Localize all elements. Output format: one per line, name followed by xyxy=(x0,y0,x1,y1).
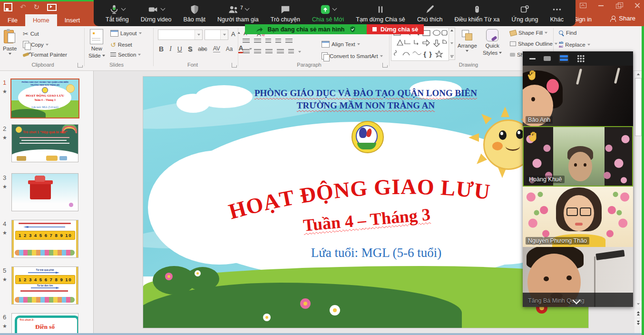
gallery-more-icon[interactable] xyxy=(450,55,454,59)
video-tile-2[interactable]: Hoàng Khuê xyxy=(523,126,633,187)
minimize-panel-icon[interactable] xyxy=(529,58,536,59)
section-button[interactable]: Section xyxy=(110,52,141,58)
chevron-down-icon[interactable] xyxy=(244,6,249,11)
slide-thumbnail-2[interactable]: Trò chơi 1 “Hộp quà bí mật” xyxy=(11,124,78,162)
slide-scrollbar[interactable] xyxy=(634,70,642,335)
shape-fill-button[interactable]: Shape Fill xyxy=(510,30,547,36)
apps-button[interactable]: Ứng dụng xyxy=(509,3,540,24)
numbering-icon[interactable] xyxy=(254,39,261,44)
restore-window-icon[interactable] xyxy=(615,2,623,9)
clipboard-dialog-launcher[interactable] xyxy=(78,63,82,68)
shape-gallery-scrollbar[interactable] xyxy=(449,28,455,60)
underline-button[interactable]: U xyxy=(177,45,182,53)
replace-button[interactable]: abacReplace xyxy=(559,41,590,49)
strip-view-icon[interactable] xyxy=(559,54,569,63)
close-window-icon[interactable] xyxy=(634,2,641,9)
scrollbar-thumb[interactable] xyxy=(635,78,642,136)
character-spacing-button[interactable]: AV xyxy=(213,45,220,52)
save-icon[interactable] xyxy=(4,3,12,11)
speaker-view-icon[interactable] xyxy=(544,56,551,61)
gallery-view-icon[interactable] xyxy=(577,55,585,62)
justify-icon[interactable] xyxy=(277,49,284,54)
quick-styles-button[interactable]: Quick Styles xyxy=(483,29,502,56)
shape-outline-button[interactable]: Shape Outline xyxy=(510,41,557,47)
slide-thumbnail-3[interactable] xyxy=(11,173,78,211)
annotate-button[interactable]: Chú thích xyxy=(415,3,445,24)
align-text-button[interactable]: Align Text xyxy=(322,41,360,48)
grow-font-button[interactable]: A xyxy=(231,30,240,38)
stop-share-button[interactable]: Dừng chia sẻ xyxy=(367,24,424,34)
bullets-icon[interactable] xyxy=(243,39,250,44)
undo-icon[interactable]: ↶ xyxy=(20,4,26,10)
find-button[interactable]: Find xyxy=(559,30,576,36)
font-size-combobox[interactable] xyxy=(205,30,228,40)
scroll-up-icon[interactable] xyxy=(450,30,453,31)
new-share-button[interactable]: Chia sẻ Mới xyxy=(310,3,346,24)
scroll-up-button[interactable] xyxy=(634,71,642,78)
bold-button[interactable]: B xyxy=(159,45,164,53)
tab-insert[interactable]: Insert xyxy=(57,14,88,26)
stop-video-button[interactable]: Dừng video xyxy=(139,3,174,24)
slide-number: 3 xyxy=(3,174,6,181)
tab-home[interactable]: Home xyxy=(25,14,57,26)
flower-icon xyxy=(300,298,311,309)
minimize-window-icon[interactable] xyxy=(597,2,605,9)
ribbon-display-options-icon[interactable] xyxy=(579,2,587,9)
line-spacing-icon[interactable] xyxy=(285,39,293,44)
change-case-button[interactable]: Aa xyxy=(226,46,233,52)
video-tile-1[interactable]: Bảo Anh xyxy=(523,66,633,126)
find-icon xyxy=(559,30,564,36)
mute-button[interactable]: Tắt tiếng xyxy=(104,3,131,24)
paste-button[interactable]: Paste xyxy=(3,29,17,55)
format-painter-button[interactable]: Format Painter xyxy=(23,52,67,58)
slide-canvas[interactable]: PHÒNG GIÁO DỤC VÀ ĐÀO TẠO QUẬN LONG BIÊN… xyxy=(143,76,589,328)
arrange-button[interactable]: Arrange xyxy=(458,29,477,52)
video-tile-4[interactable]: Tăng Bá Minh Quang xyxy=(523,247,633,307)
start-slideshow-icon[interactable] xyxy=(47,4,57,11)
scroll-down-button[interactable] xyxy=(634,301,642,307)
participants-button[interactable]: 7 Người tham gia xyxy=(215,3,261,24)
decrease-indent-icon[interactable] xyxy=(265,39,271,44)
align-center-icon[interactable] xyxy=(254,49,261,54)
paragraph-dialog-launcher[interactable] xyxy=(382,63,387,68)
slide-thumbnail-1[interactable]: PHÒNG GIÁO DỤC VÀ ĐÀO TẠO QUẬN LONG BIÊN… xyxy=(10,79,79,118)
video-tile-3[interactable]: Nguyễn Phương Thảo xyxy=(523,187,633,247)
previous-slide-button[interactable] xyxy=(634,310,642,316)
increase-indent-icon[interactable] xyxy=(275,39,281,44)
share-document-button[interactable]: Share xyxy=(610,15,635,22)
slide-thumbnail-5[interactable]: Từ trái qua phải 1 2 3 4 5 6 7 8 9 10 Từ… xyxy=(11,266,78,305)
chat-button[interactable]: Trò chuyện xyxy=(269,3,302,24)
pause-share-button[interactable]: Tạm dừng Chia sẻ xyxy=(354,3,407,24)
new-slide-button[interactable]: New Slide xyxy=(88,29,105,59)
next-slide-button[interactable] xyxy=(634,319,642,326)
slide-thumbnail-4[interactable]: 1 2 3 4 5 6 7 8 9 10 xyxy=(11,220,78,258)
animation-star-icon xyxy=(2,184,7,190)
strikethrough-button[interactable]: abc xyxy=(198,46,207,52)
remote-control-button[interactable]: Điều khiển Từ xa xyxy=(452,3,501,24)
font-dialog-launcher[interactable] xyxy=(232,63,236,68)
columns-icon[interactable] xyxy=(288,49,294,54)
scroll-down-icon[interactable] xyxy=(450,42,453,44)
sign-in-link[interactable]: Sign in xyxy=(574,16,592,23)
copy-button[interactable]: Copy xyxy=(23,41,49,48)
chevron-down-icon[interactable] xyxy=(332,6,337,11)
italic-button[interactable]: I xyxy=(169,45,172,53)
align-left-icon[interactable] xyxy=(243,49,250,54)
slide-thumbnail-panel: 1 PHÒNG GIÁO DỤC VÀ ĐÀO TẠO QUẬN LONG BI… xyxy=(0,70,94,335)
tab-file[interactable]: File xyxy=(0,14,25,26)
text-shadow-button[interactable]: S xyxy=(188,45,192,53)
security-button[interactable]: Bảo mật xyxy=(181,3,207,24)
cut-button[interactable]: ✂Cut xyxy=(23,30,39,38)
slide-thumbnail-6[interactable]: Trò chơi 2: Điền số xyxy=(11,313,78,335)
more-button[interactable]: Khác xyxy=(548,3,566,24)
chevron-down-icon[interactable] xyxy=(121,6,126,11)
chevron-down-icon[interactable] xyxy=(161,6,166,11)
align-right-icon[interactable] xyxy=(265,49,273,54)
font-name-combobox[interactable] xyxy=(158,30,203,40)
convert-smartart-button[interactable]: Convert to SmartArt xyxy=(322,52,383,59)
reset-button[interactable]: ↺Reset xyxy=(110,41,132,49)
redo-icon[interactable]: ↻ xyxy=(34,4,40,10)
layout-button[interactable]: Layout xyxy=(110,30,142,37)
drawing-group-label: Drawing xyxy=(447,62,490,68)
flower-icon xyxy=(165,273,173,280)
